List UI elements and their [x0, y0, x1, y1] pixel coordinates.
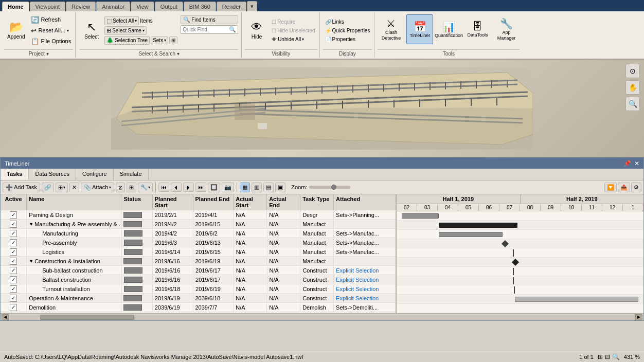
table-row[interactable]: ✓ Manufacturing 2019/4/2 2019/6/2 N/A N/… [1, 229, 396, 238]
export-button[interactable]: 📤 [618, 183, 630, 192]
scroll-thumb[interactable] [40, 315, 134, 320]
table-row[interactable]: ✓ Pre-assembly 2019/6/3 2019/6/13 N/A N/… [1, 238, 396, 247]
cell-active[interactable]: ✓ [1, 210, 27, 220]
hide-unselected-button[interactable]: ☐ Hide Unselected [270, 27, 317, 34]
quantification-button[interactable]: 📊 Quantification [435, 14, 462, 44]
cell-attached[interactable]: Explicit Selection [334, 285, 396, 293]
settings-button[interactable]: ⚙ [631, 183, 641, 192]
attach-button[interactable]: 📎 Attach ▾ [81, 183, 114, 192]
search-input[interactable] [183, 27, 229, 32]
table-row[interactable]: ✓ Sub-ballast construction 2019/6/16 201… [1, 266, 396, 275]
cell-active[interactable]: ✓ [1, 247, 27, 257]
scroll-right-btn[interactable]: ▶ [635, 314, 642, 320]
col-header-actual-start[interactable]: Actual Start [234, 194, 267, 210]
toolbar-view-3[interactable]: ▤ [263, 183, 274, 192]
table-row[interactable]: ✓ Parning & Design 2019/2/1 2019/4/1 N/A… [1, 210, 396, 220]
tab-review[interactable]: Review [66, 2, 96, 11]
table-row[interactable]: ✓ Logistics 2019/6/14 2019/6/15 N/A N/A … [1, 247, 396, 257]
find-items-button[interactable]: 🔍 Find Items [181, 15, 238, 24]
add-task-button[interactable]: ➕ Add Task [3, 183, 40, 192]
viewport[interactable]: ⊙ ✋ 🔍 [0, 60, 644, 157]
select-all-button[interactable]: ⬚ Select All ▾ [104, 16, 139, 25]
table-row[interactable]: ✓ ▼ Construction & Installation 2019/6/1… [1, 257, 396, 266]
col-header-name[interactable]: Name [27, 194, 121, 210]
toolbar-btn-8[interactable]: ⏮ [158, 183, 169, 192]
tab-data-sources[interactable]: Data Sources [29, 169, 76, 180]
quick-props-button[interactable]: ⚡ Quick Properties [323, 27, 372, 34]
tab-tasks[interactable]: Tasks [1, 169, 29, 180]
table-row[interactable]: ✓ ▼ Manufacturing & Pre-assembly & ... 2… [1, 220, 396, 229]
horizontal-scrollbar[interactable]: ◀ ▶ [1, 313, 643, 320]
file-options-button[interactable]: 📋 File Options [29, 37, 73, 46]
toolbar-btn-2[interactable]: 🔗 [42, 183, 54, 192]
search-go-icon[interactable]: 🔍 [229, 26, 236, 33]
tab-view[interactable]: View [131, 2, 154, 11]
table-row[interactable]: ✓ Operation & Maintenance 2019/6/19 2039… [1, 294, 396, 303]
zoom-button[interactable]: 🔍 [625, 97, 640, 111]
clash-detective-button[interactable]: ⚔ Clash Detective [378, 14, 404, 44]
col-header-planned-end[interactable]: Planned End [193, 194, 234, 210]
timeliner-pin-button[interactable]: 📌 [623, 160, 631, 167]
require-button[interactable]: ☐ Require [270, 18, 317, 26]
unhide-all-button[interactable]: 👁 Unhide All ▾ [270, 35, 317, 43]
toolbar-btn-7[interactable]: 🔧 ▾ [138, 183, 153, 192]
toolbar-btn-13[interactable]: 📷 [222, 183, 234, 192]
col-header-planned-start[interactable]: Planned Start [153, 194, 193, 210]
table-row[interactable]: ✓ Demolition 2039/6/19 2039/7/7 N/A N/A … [1, 303, 396, 312]
timeliner-button[interactable]: 📅 TimeLiner [406, 14, 433, 44]
tab-animator[interactable]: Animator [96, 2, 130, 11]
tab-configure[interactable]: Configure [76, 169, 114, 180]
cell-active[interactable]: ✓ [1, 220, 27, 229]
cell-active[interactable]: ✓ [1, 284, 27, 294]
cell-attached[interactable]: Explicit Selection [334, 266, 396, 275]
filter-button[interactable]: 🔽 [604, 183, 617, 192]
orbit-button[interactable]: ⊙ [625, 64, 640, 78]
table-row[interactable]: ✓ Turnout installation 2019/6/18 2019/6/… [1, 284, 396, 294]
timeliner-close-button[interactable]: ✕ [634, 160, 639, 167]
tab-bim360[interactable]: BIM 360 [184, 2, 216, 11]
sets-button[interactable]: Sets ▾ [151, 37, 168, 44]
zoom-slider-handle[interactable] [331, 185, 336, 190]
cell-active[interactable]: ✓ [1, 257, 27, 266]
selection-tree-button[interactable]: 🌲 Selection Tree [104, 36, 150, 45]
append-button[interactable]: 📂 Append [4, 14, 28, 46]
cell-active[interactable]: ✓ [1, 294, 27, 303]
select-same-button[interactable]: ⊞ Select Same ▾ [104, 26, 147, 35]
toolbar-btn-5[interactable]: ⧖ [116, 183, 125, 192]
cell-active[interactable]: ✓ [1, 266, 27, 275]
scroll-track[interactable] [9, 315, 635, 320]
tab-home[interactable]: Home [2, 2, 29, 11]
select-button[interactable]: ↖ Select [80, 14, 103, 46]
tab-viewpoint[interactable]: Viewpoint [30, 2, 66, 11]
tab-output[interactable]: Output [155, 2, 183, 11]
cell-active[interactable]: ✓ [1, 238, 27, 247]
toolbar-btn-3[interactable]: ⊞ ▾ [56, 183, 68, 192]
toolbar-btn-4[interactable]: ✕ [69, 183, 79, 192]
reset-all-button[interactable]: ↩ Reset All... ▾ [29, 26, 73, 35]
cell-active[interactable]: ✓ [1, 229, 27, 238]
toolbar-view-1[interactable]: ▦ [240, 183, 250, 192]
zoom-slider-track[interactable] [309, 186, 350, 189]
search-box[interactable]: 🔍 [181, 25, 238, 34]
pan-button[interactable]: ✋ [625, 80, 640, 95]
cell-active[interactable]: ✓ [1, 275, 27, 284]
toolbar-view-4[interactable]: ▣ [275, 183, 285, 192]
tab-more[interactable]: ▾ [247, 1, 257, 11]
cell-attached[interactable]: Explicit Selection [334, 294, 396, 302]
properties-button[interactable]: 📄 Properties [323, 35, 372, 43]
refresh-button[interactable]: 🔄 Refresh [29, 15, 73, 25]
toolbar-btn-10[interactable]: ⏵ [183, 183, 194, 192]
col-header-status[interactable]: Status [121, 194, 152, 210]
toolbar-btn-9[interactable]: ⏴ [171, 183, 182, 192]
sets-extra-btn[interactable]: ⊞ [169, 37, 177, 44]
app-manager-button[interactable]: 🔧 App Manager [493, 14, 520, 44]
cell-active[interactable]: ✓ [1, 303, 27, 312]
col-header-task-type[interactable]: Task Type [300, 194, 334, 210]
toolbar-btn-6[interactable]: ⊞ [127, 183, 136, 192]
links-button[interactable]: 🔗 Links [323, 18, 372, 26]
table-row[interactable]: ✓ Ballast construction 2019/6/16 2019/6/… [1, 275, 396, 284]
scroll-left-btn[interactable]: ◀ [2, 314, 9, 320]
col-header-attached[interactable]: Attached [334, 194, 396, 210]
toolbar-btn-11[interactable]: ⏭ [195, 183, 206, 192]
toolbar-btn-12[interactable]: 🔲 [208, 183, 220, 192]
